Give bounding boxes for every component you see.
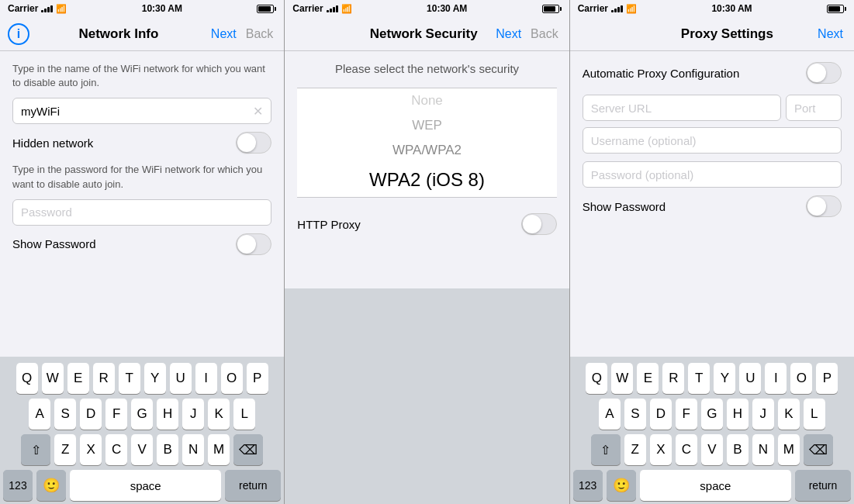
next-button-3[interactable]: Next: [814, 27, 846, 41]
backspace-key-1[interactable]: ⌫: [233, 434, 263, 465]
key3-q[interactable]: Q: [586, 363, 607, 394]
proxy-password-input[interactable]: [591, 168, 833, 181]
key3-i[interactable]: I: [765, 363, 787, 394]
time-1: 10:30 AM: [142, 3, 182, 14]
return-key-1[interactable]: return: [225, 470, 281, 501]
clear-icon[interactable]: ✕: [253, 104, 263, 119]
key-l[interactable]: L: [233, 399, 255, 430]
key-c[interactable]: C: [105, 434, 127, 465]
key-f[interactable]: F: [105, 399, 127, 430]
key-e[interactable]: E: [67, 363, 89, 394]
key-d[interactable]: D: [80, 399, 102, 430]
key-y[interactable]: Y: [144, 363, 166, 394]
key3-w[interactable]: W: [611, 363, 633, 394]
key-u[interactable]: U: [170, 363, 192, 394]
emoji-key-3[interactable]: 🙂: [607, 470, 636, 501]
key-r[interactable]: R: [93, 363, 115, 394]
key3-u[interactable]: U: [739, 363, 761, 394]
network-name-input[interactable]: [21, 105, 250, 118]
numbers-key-3[interactable]: 123: [573, 470, 603, 501]
key-j[interactable]: J: [182, 399, 204, 430]
nav-title-1: Network Info: [29, 26, 208, 42]
space-key-1[interactable]: space: [70, 470, 221, 501]
key-t[interactable]: T: [119, 363, 140, 394]
next-button-1[interactable]: Next: [208, 27, 240, 41]
key-w[interactable]: W: [42, 363, 64, 394]
key3-a[interactable]: A: [599, 399, 621, 430]
keyboard-1: Q W E R T Y U I O P A S D F G H J K L: [0, 357, 284, 504]
return-key-3[interactable]: return: [795, 470, 851, 501]
security-picker[interactable]: None WEP WPA/WPA2 WPA2 (iOS 8): [297, 88, 556, 198]
port-field[interactable]: [786, 95, 842, 121]
key3-x[interactable]: X: [650, 434, 672, 465]
key-n[interactable]: N: [182, 434, 204, 465]
key-b[interactable]: B: [157, 434, 178, 465]
key-x[interactable]: X: [80, 434, 102, 465]
backspace-key-3[interactable]: ⌫: [804, 434, 833, 465]
proxy-password-field[interactable]: [583, 161, 842, 188]
key3-e[interactable]: E: [637, 363, 659, 394]
show-password-toggle-1[interactable]: [236, 233, 271, 255]
kb-row1-3: Q W E R T Y U I O P: [573, 363, 851, 394]
key-p[interactable]: P: [247, 363, 268, 394]
key-z[interactable]: Z: [54, 434, 76, 465]
key-k[interactable]: K: [208, 399, 230, 430]
info-button[interactable]: i: [8, 23, 29, 45]
key-h[interactable]: H: [157, 399, 178, 430]
time-3: 10:30 AM: [711, 3, 752, 14]
back-button-2[interactable]: Back: [527, 27, 562, 41]
key3-y[interactable]: Y: [714, 363, 735, 394]
key3-z[interactable]: Z: [624, 434, 646, 465]
hidden-network-toggle[interactable]: [236, 132, 271, 154]
picker-none[interactable]: None: [297, 88, 556, 113]
key3-b[interactable]: B: [727, 434, 749, 465]
shift-key-3[interactable]: ⇧: [591, 434, 621, 465]
key3-m[interactable]: M: [778, 434, 800, 465]
picker-wpa2[interactable]: WPA2 (iOS 8): [297, 163, 556, 197]
password-field[interactable]: [12, 199, 271, 226]
shift-arrow-icon-3: ⇧: [600, 443, 610, 457]
carrier-label-2: Carrier: [292, 3, 323, 14]
key-o[interactable]: O: [221, 363, 243, 394]
key3-n[interactable]: N: [752, 434, 774, 465]
port-input[interactable]: [794, 102, 833, 115]
key-a[interactable]: A: [29, 399, 50, 430]
space-key-3[interactable]: space: [640, 470, 791, 501]
picker-wep[interactable]: WEP: [297, 113, 556, 138]
network-name-field[interactable]: ✕: [12, 98, 271, 124]
show-password-toggle-3[interactable]: [806, 195, 842, 217]
shift-key-1[interactable]: ⇧: [21, 434, 50, 465]
key3-k[interactable]: K: [778, 399, 800, 430]
key3-f[interactable]: F: [676, 399, 697, 430]
next-button-2[interactable]: Next: [493, 27, 524, 41]
key-v[interactable]: V: [131, 434, 153, 465]
picker-wpa[interactable]: WPA/WPA2: [297, 138, 556, 163]
key3-t[interactable]: T: [688, 363, 710, 394]
username-field[interactable]: [583, 127, 842, 154]
key3-h[interactable]: H: [727, 399, 749, 430]
key3-j[interactable]: J: [752, 399, 774, 430]
key3-s[interactable]: S: [624, 399, 646, 430]
key-i[interactable]: I: [195, 363, 217, 394]
key-g[interactable]: G: [131, 399, 153, 430]
key3-r[interactable]: R: [662, 363, 684, 394]
key3-o[interactable]: O: [790, 363, 812, 394]
key3-p[interactable]: P: [816, 363, 838, 394]
password-input[interactable]: [21, 205, 263, 219]
back-button-1[interactable]: Back: [243, 27, 277, 41]
emoji-key-1[interactable]: 🙂: [36, 470, 66, 501]
server-url-input[interactable]: [591, 102, 773, 115]
key3-d[interactable]: D: [650, 399, 672, 430]
key-s[interactable]: S: [54, 399, 76, 430]
key3-c[interactable]: C: [676, 434, 697, 465]
numbers-key-1[interactable]: 123: [3, 470, 33, 501]
key-m[interactable]: M: [208, 434, 230, 465]
key-q[interactable]: Q: [16, 363, 38, 394]
username-input[interactable]: [591, 134, 833, 147]
key3-v[interactable]: V: [701, 434, 723, 465]
key3-l[interactable]: L: [804, 399, 825, 430]
auto-proxy-toggle[interactable]: [806, 62, 842, 84]
server-url-field[interactable]: [583, 95, 781, 121]
http-proxy-toggle[interactable]: [521, 213, 557, 235]
key3-g[interactable]: G: [701, 399, 723, 430]
